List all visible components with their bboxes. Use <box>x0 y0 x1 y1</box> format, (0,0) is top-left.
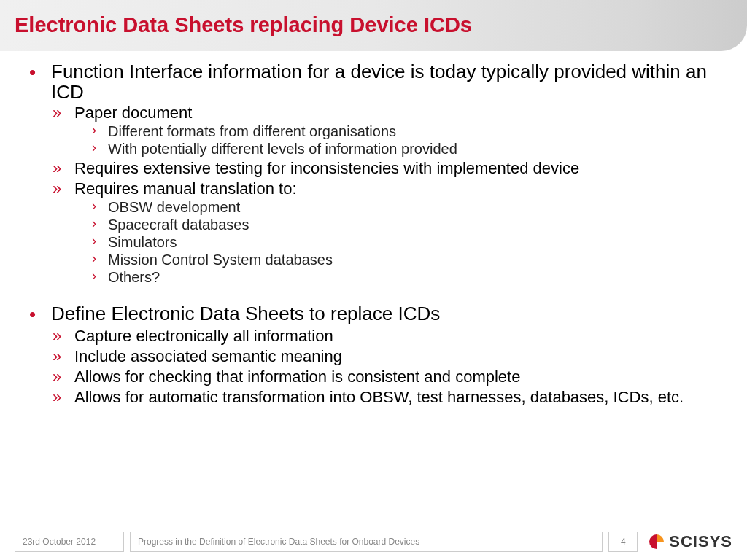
logo-icon <box>648 533 665 551</box>
bullet-text: OBSW development <box>108 198 240 216</box>
chevron-double-icon: » <box>53 388 74 407</box>
bullet-text: Function Interface information for a dev… <box>51 61 718 102</box>
chevron-icon: › <box>92 140 108 158</box>
bullet-dot-icon: • <box>29 303 51 325</box>
bullet-text: Allows for checking that information is … <box>74 368 520 386</box>
bullet-text: Define Electronic Data Sheets to replace… <box>51 303 440 325</box>
bullet-text: Others? <box>108 268 160 286</box>
bullet-l3: › Spacecraft databases <box>92 216 718 233</box>
footer: 23rd October 2012 Progress in the Defini… <box>15 531 732 553</box>
footer-date: 23rd October 2012 <box>15 532 124 552</box>
chevron-icon: › <box>92 233 108 251</box>
chevron-double-icon: » <box>53 368 74 386</box>
bullet-l3: › Simulators <box>92 233 718 251</box>
chevron-double-icon: » <box>53 104 74 122</box>
logo-text: SCISYS <box>669 532 732 551</box>
bullet-text: Different formats from different organis… <box>108 122 396 140</box>
bullet-l2: » Allows for automatic transformation in… <box>53 388 718 407</box>
bullet-l2: » Include associated semantic meaning <box>53 347 718 366</box>
bullet-l2: » Requires manual translation to: <box>53 179 718 198</box>
bullet-text: With potentially different levels of inf… <box>108 140 457 158</box>
bullet-text: Requires manual translation to: <box>74 179 297 198</box>
chevron-icon: › <box>92 268 108 286</box>
bullet-l3: › Others? <box>92 268 718 286</box>
bullet-text: Include associated semantic meaning <box>74 347 342 366</box>
slide-title: Electronic Data Sheets replacing Device … <box>15 13 747 37</box>
bullet-l2: » Requires extensive testing for inconsi… <box>53 159 718 178</box>
bullet-text: Capture electronically all information <box>74 327 333 346</box>
bullet-l1: • Function Interface information for a d… <box>29 61 718 102</box>
bullet-dot-icon: • <box>29 61 51 102</box>
footer-page-number: 4 <box>608 532 638 552</box>
bullet-text: Requires extensive testing for inconsist… <box>74 159 579 178</box>
chevron-icon: › <box>92 251 108 268</box>
bullet-text: Simulators <box>108 233 177 251</box>
scisys-logo: SCISYS <box>648 532 732 551</box>
chevron-icon: › <box>92 122 108 140</box>
bullet-l3: › OBSW development <box>92 198 718 216</box>
bullet-l1: • Define Electronic Data Sheets to repla… <box>29 303 718 325</box>
chevron-double-icon: » <box>53 159 74 178</box>
bullet-l3: › With potentially different levels of i… <box>92 140 718 158</box>
chevron-icon: › <box>92 216 108 233</box>
bullet-text: Mission Control System databases <box>108 251 333 268</box>
bullet-l3: › Different formats from different organ… <box>92 122 718 140</box>
bullet-text: Allows for automatic transformation into… <box>74 388 684 407</box>
bullet-l2: » Paper document <box>53 104 718 122</box>
bullet-text: Paper document <box>74 104 192 122</box>
content-area: • Function Interface information for a d… <box>0 51 747 407</box>
bullet-text: Spacecraft databases <box>108 216 249 233</box>
header-band: Electronic Data Sheets replacing Device … <box>0 0 747 51</box>
chevron-double-icon: » <box>53 179 74 198</box>
chevron-icon: › <box>92 198 108 216</box>
chevron-double-icon: » <box>53 327 74 346</box>
chevron-double-icon: » <box>53 347 74 366</box>
footer-subtitle: Progress in the Definition of Electronic… <box>130 532 603 552</box>
bullet-l3: › Mission Control System databases <box>92 251 718 268</box>
bullet-l2: » Capture electronically all information <box>53 327 718 346</box>
bullet-l2: » Allows for checking that information i… <box>53 368 718 386</box>
